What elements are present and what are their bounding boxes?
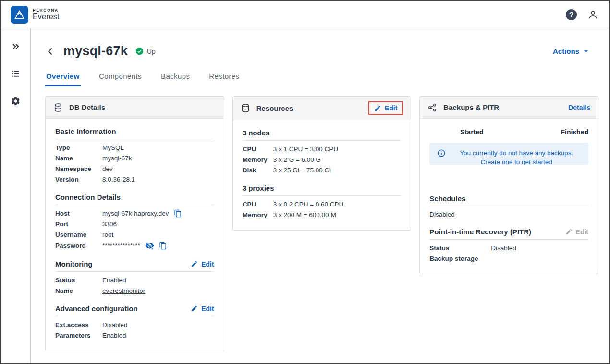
ext-access-row: Ext.access Disabled — [55, 321, 214, 329]
actions-label: Actions — [553, 47, 579, 55]
backups-pitr-card: Backups & PITR Details Started Finished — [419, 96, 598, 274]
backups-details-link[interactable]: Details — [568, 104, 590, 111]
nodes-cpu-row: CPU 3 x 1 CPU = 3.00 CPU — [243, 145, 402, 153]
tab-overview[interactable]: Overview — [45, 72, 81, 86]
port-row: Port 3306 — [55, 220, 214, 228]
brand-everest: Everest — [33, 12, 60, 21]
cards-container: DB Details Basic Information Type MySQL — [45, 96, 598, 351]
pencil-icon — [191, 305, 198, 312]
monitoring-status-row: Status Enabled — [55, 276, 214, 284]
backups-table-header: Started Finished — [429, 124, 588, 142]
app-body: mysql-67k Up Actions Overview — [1, 28, 609, 363]
nodes-disk-row: Disk 3 x 25 Gi = 75.00 Gi — [243, 166, 402, 174]
brand-percona: PERCONA — [33, 8, 60, 12]
tab-bar: Overview Components Backups Restores — [45, 72, 598, 86]
connection-details-title: Connection Details — [55, 193, 121, 201]
tab-backups[interactable]: Backups — [160, 72, 191, 86]
connection-details-section: Connection Details Host mysql-67k-haprox… — [55, 193, 214, 250]
settings-gear-icon[interactable] — [11, 96, 21, 106]
page-header: mysql-67k Up Actions — [45, 44, 598, 59]
info-icon — [437, 149, 446, 158]
username-row: Username root — [55, 231, 214, 239]
monitoring-edit-button[interactable]: Edit — [191, 260, 214, 268]
basic-information-section: Basic Information Type MySQL Name mysql-… — [55, 127, 214, 183]
percona-logo-icon — [11, 6, 28, 24]
version-row: Version 8.0.36-28.1 — [55, 175, 214, 183]
app-window: PERCONA Everest ? — [0, 0, 610, 364]
status-label: Up — [147, 48, 156, 55]
started-column-header: Started — [460, 128, 483, 136]
top-bar: PERCONA Everest ? — [1, 1, 609, 28]
copy-icon[interactable] — [159, 242, 167, 250]
sidebar — [1, 28, 31, 363]
database-icon — [53, 103, 63, 112]
topbar-actions: ? — [566, 9, 598, 20]
pitr-status-row: Status Disabled — [429, 244, 588, 252]
user-icon[interactable] — [587, 9, 598, 20]
schedules-title: Schedules — [429, 194, 465, 203]
pencil-icon — [191, 260, 198, 267]
page-title: mysql-67k — [63, 44, 128, 59]
edit-highlight-annotation: Edit — [368, 101, 403, 115]
parameters-row: Parameters Enabled — [55, 331, 214, 340]
host-row: Host mysql-67k-haproxy.dev — [55, 209, 214, 218]
pitr-edit-button[interactable]: Edit — [565, 228, 588, 236]
backups-title: Backups & PITR — [443, 103, 499, 111]
pitr-section: Point-in-time Recovery (PITR) Edit Statu… — [429, 228, 588, 263]
password-masked-value: *************** — [102, 242, 140, 249]
host-value: mysql-67k-haproxy.dev — [102, 210, 169, 217]
monitoring-name-row: Name everestmonitor — [55, 287, 214, 295]
resources-edit-button[interactable]: Edit — [374, 104, 397, 112]
db-details-title: DB Details — [69, 103, 105, 111]
resources-card: Resources Edit 3 nodes — [232, 96, 412, 231]
copy-icon[interactable] — [174, 209, 182, 218]
pitr-title: Point-in-time Recovery (PITR) — [429, 228, 531, 236]
proxies-title: 3 proxies — [243, 184, 274, 192]
nodes-memory-row: Memory 3 x 2 G = 6.00 G — [243, 156, 402, 164]
backups-card-header: Backups & PITR Details — [420, 97, 598, 119]
type-row: Type MySQL — [55, 144, 214, 152]
status-badge: Up — [135, 47, 156, 55]
tab-restores[interactable]: Restores — [208, 72, 240, 86]
main-content: mysql-67k Up Actions Overview — [31, 28, 609, 363]
proxies-section: 3 proxies CPU 3 x 0.2 CPU = 0.60 CPU Mem… — [243, 184, 402, 219]
name-row: Name mysql-67k — [55, 154, 214, 162]
namespace-row: Namespace dev — [55, 165, 214, 173]
schedules-value: Disabled — [429, 211, 588, 218]
network-icon — [427, 103, 437, 112]
proxies-memory-row: Memory 3 x 200 M = 600.00 M — [243, 211, 402, 219]
finished-column-header: Finished — [561, 128, 588, 136]
advanced-configuration-edit-button[interactable]: Edit — [191, 305, 214, 313]
resources-title: Resources — [256, 104, 293, 112]
pitr-backup-storage-row: Backup storage — [429, 255, 588, 263]
db-details-card: DB Details Basic Information Type MySQL — [45, 96, 224, 351]
tab-components[interactable]: Components — [98, 72, 143, 86]
nodes-title: 3 nodes — [243, 129, 270, 137]
advanced-configuration-title: Advanced configuration — [55, 304, 138, 313]
alert-message: You currently do not have any backups. C… — [451, 148, 582, 165]
basic-information-title: Basic Information — [55, 127, 116, 135]
eye-off-icon[interactable] — [145, 241, 154, 250]
monitoring-name-link[interactable]: everestmonitor — [102, 287, 145, 294]
resources-card-header: Resources Edit — [233, 97, 411, 120]
database-icon — [241, 103, 250, 113]
help-icon[interactable]: ? — [566, 9, 577, 20]
monitoring-section: Monitoring Edit Status Enabled — [55, 260, 214, 295]
proxies-cpu-row: CPU 3 x 0.2 CPU = 0.60 CPU — [243, 200, 402, 208]
nodes-section: 3 nodes CPU 3 x 1 CPU = 3.00 CPU Memory … — [243, 129, 402, 174]
password-row: Password *************** — [55, 241, 214, 250]
schedules-section: Schedules Disabled — [429, 194, 588, 218]
monitoring-title: Monitoring — [55, 260, 92, 268]
no-backups-alert: You currently do not have any backups. C… — [429, 143, 588, 165]
back-button[interactable] — [45, 46, 56, 57]
advanced-configuration-section: Advanced configuration Edit Ext.access D… — [55, 304, 214, 340]
chevron-down-icon — [581, 47, 591, 56]
database-list-icon[interactable] — [11, 69, 21, 79]
pencil-icon — [565, 228, 573, 235]
db-details-card-header: DB Details — [46, 97, 224, 119]
sidebar-expand-icon[interactable] — [11, 42, 21, 51]
actions-button[interactable]: Actions — [553, 47, 598, 56]
check-circle-icon — [135, 47, 144, 55]
brand-logo[interactable]: PERCONA Everest — [11, 6, 60, 24]
brand-text: PERCONA Everest — [33, 8, 60, 21]
